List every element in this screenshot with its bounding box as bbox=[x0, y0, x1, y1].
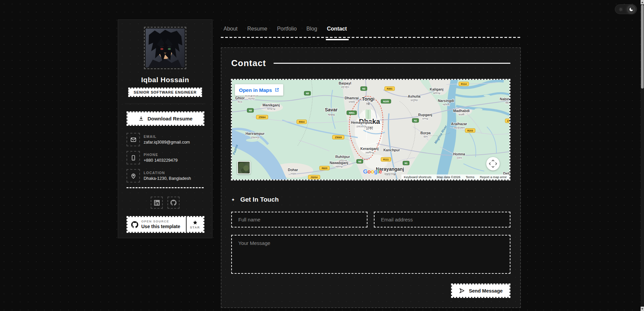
title-underline bbox=[274, 63, 510, 64]
download-icon bbox=[138, 116, 144, 121]
route-badge-N501: N501 bbox=[347, 111, 357, 115]
dashed-divider bbox=[127, 187, 204, 188]
svg-text:Nawabganj: Nawabganj bbox=[330, 161, 348, 165]
route-badge-N105: N105 bbox=[381, 99, 391, 103]
svg-text:Ashulia: Ashulia bbox=[408, 94, 420, 98]
open-in-maps-button[interactable]: Open in Maps bbox=[235, 84, 283, 96]
contact-value: Dhaka-1230, Bangladesh bbox=[144, 176, 191, 181]
route-badge-N5: N5 bbox=[247, 108, 253, 112]
nav-item-blog[interactable]: Blog bbox=[306, 22, 317, 38]
email-input[interactable] bbox=[374, 212, 510, 227]
pan-arrows-icon bbox=[489, 160, 497, 168]
svg-text:N501: N501 bbox=[349, 111, 354, 114]
svg-text:R820: R820 bbox=[321, 167, 327, 170]
scroll-up-arrow[interactable] bbox=[641, 0, 644, 4]
nav-item-contact[interactable]: Contact bbox=[327, 22, 347, 38]
google-logo-letter: G bbox=[363, 168, 367, 175]
star-button[interactable]: STAR bbox=[186, 217, 203, 232]
full-name-input[interactable] bbox=[231, 212, 367, 227]
scrollbar-thumb[interactable] bbox=[641, 5, 644, 89]
svg-text:Z5064: Z5064 bbox=[259, 116, 265, 119]
linkedin-link[interactable] bbox=[151, 197, 163, 209]
github-icon bbox=[170, 200, 177, 206]
svg-text:Harirampur: Harirampur bbox=[246, 132, 265, 136]
route-badge-R203: R203 bbox=[465, 128, 475, 133]
moon-icon bbox=[629, 7, 634, 12]
contact-form-row bbox=[231, 212, 510, 227]
use-template-main[interactable]: OPEN SOURCE Use this template bbox=[128, 217, 186, 232]
svg-text:N5: N5 bbox=[249, 109, 252, 112]
smartphone-icon bbox=[127, 151, 140, 164]
svg-text:হরিরামপুর: হরিরামপুর bbox=[250, 136, 259, 140]
svg-text:Dhamrai: Dhamrai bbox=[345, 96, 359, 100]
sun-icon bbox=[618, 7, 623, 12]
map-embed[interactable]: N5N5N3N105N501N2N8N1R301R114R504Z5064Z50… bbox=[231, 79, 510, 180]
svg-text:মাধবদী: মাধবদী bbox=[458, 113, 464, 116]
route-badge-Z1: Z1 bbox=[505, 119, 509, 123]
send-message-button[interactable]: Send Message bbox=[451, 283, 510, 298]
contact-row-email: EMAIL zafar.iq3089@gmail.com bbox=[118, 133, 212, 146]
linkedin-icon bbox=[154, 200, 160, 206]
sparkle-icon: ✦ bbox=[231, 197, 235, 202]
nav-item-about[interactable]: About bbox=[224, 22, 238, 38]
svg-text:N5: N5 bbox=[306, 92, 309, 95]
svg-text:Araihazar: Araihazar bbox=[451, 122, 467, 126]
nav-item-portfolio[interactable]: Portfolio bbox=[277, 22, 297, 38]
svg-text:R114: R114 bbox=[461, 83, 467, 86]
download-resume-button[interactable]: Download Resume bbox=[127, 111, 204, 126]
svg-text:R203: R203 bbox=[467, 129, 473, 132]
theme-toggle[interactable] bbox=[615, 4, 637, 14]
page-scrollbar[interactable] bbox=[641, 0, 644, 311]
svg-text:Narsingdi: Narsingdi bbox=[438, 99, 454, 103]
use-template-button[interactable]: OPEN SOURCE Use this template STAR bbox=[127, 216, 204, 233]
send-message-label: Send Message bbox=[469, 288, 503, 294]
map-pin-icon bbox=[127, 169, 140, 183]
contact-value: zafar.iq3089@gmail.com bbox=[144, 140, 190, 145]
svg-text:গড়পাড়া: গড়পাড়া bbox=[248, 97, 255, 100]
open-source-eyebrow: OPEN SOURCE bbox=[141, 220, 180, 223]
terms-link[interactable]: Terms bbox=[466, 175, 475, 179]
github-link[interactable] bbox=[167, 197, 180, 209]
google-logo-letter: e bbox=[379, 168, 382, 175]
report-map-error-link[interactable]: Report a map error bbox=[480, 175, 507, 179]
svg-text:ধামরাই: ধামরাই bbox=[349, 100, 355, 104]
satellite-layer-toggle[interactable] bbox=[237, 161, 250, 174]
top-nav: About Resume Portfolio Blog Contact bbox=[221, 22, 521, 38]
contact-label: EMAIL bbox=[144, 135, 190, 139]
google-logo-letter: o bbox=[371, 168, 374, 175]
send-row: Send Message bbox=[231, 283, 510, 298]
svg-text:Nabinagar: Nabinagar bbox=[500, 97, 509, 101]
page-title: Contact bbox=[231, 58, 266, 68]
divider bbox=[125, 104, 205, 104]
message-textarea[interactable] bbox=[231, 235, 510, 274]
svg-text:রূপগঞ্জ: রূপগঞ্জ bbox=[422, 117, 428, 120]
svg-text:Rupganj: Rupganj bbox=[418, 113, 432, 117]
svg-text:হোমনা: হোমনা bbox=[456, 156, 462, 160]
svg-text:কেরানীগঞ্জ: কেরানীগঞ্জ bbox=[365, 151, 374, 154]
envelope-icon bbox=[127, 133, 140, 146]
svg-text:আশুলিয়া: আশুলিয়া bbox=[410, 99, 418, 102]
keyboard-shortcuts-link[interactable]: Keyboard shortcuts bbox=[404, 175, 432, 179]
send-icon bbox=[459, 288, 465, 294]
map-pan-control[interactable] bbox=[486, 157, 500, 170]
svg-text:Z5069: Z5069 bbox=[335, 136, 342, 139]
svg-text:দোহার: দোহার bbox=[290, 172, 296, 175]
svg-text:R301: R301 bbox=[387, 87, 392, 90]
svg-text:Hemayetpur: Hemayetpur bbox=[351, 120, 371, 124]
svg-text:হেমায়েতপুর: হেমায়েতপুর bbox=[356, 125, 366, 128]
download-resume-label: Download Resume bbox=[147, 116, 192, 121]
star-icon bbox=[193, 220, 198, 225]
route-badge-R820: R820 bbox=[319, 166, 330, 170]
svg-text:Kanchpur: Kanchpur bbox=[383, 148, 400, 152]
panel-title-row: Contact bbox=[231, 58, 510, 68]
svg-text:নবাবগঞ্জ: নবাবগঞ্জ bbox=[335, 165, 343, 168]
avatar-image bbox=[146, 29, 185, 67]
nav-item-resume[interactable]: Resume bbox=[247, 22, 267, 38]
svg-text:N105: N105 bbox=[383, 100, 389, 103]
route-badge-Z5064: Z5064 bbox=[256, 115, 268, 119]
svg-text:R111: R111 bbox=[383, 158, 389, 161]
svg-text:টঙ্গী: টঙ্গী bbox=[366, 102, 370, 106]
svg-text:ঘিওর: ঘিওর bbox=[237, 100, 242, 104]
map-label-kanchpur: Kanchpur bbox=[383, 148, 400, 152]
scroll-down-arrow[interactable] bbox=[641, 307, 644, 311]
